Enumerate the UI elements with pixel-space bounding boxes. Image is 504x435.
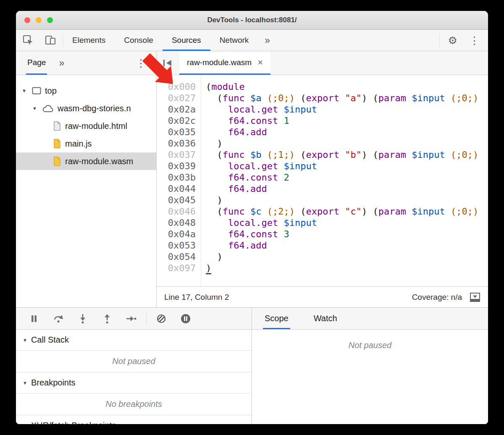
code-line[interactable]: 0x03b f64.const 2 [157, 172, 488, 183]
byte-offset[interactable]: 0x044 [157, 183, 201, 194]
tree-item-top[interactable]: ▼top [16, 82, 156, 100]
step-over-icon[interactable] [46, 314, 71, 324]
code-text: f64.const 3 [201, 228, 289, 240]
section-header-call-stack[interactable]: ▼Call Stack [16, 330, 252, 351]
step-out-icon[interactable] [95, 314, 119, 324]
disclosure-triangle-icon[interactable]: ▼ [22, 88, 32, 93]
cloud-icon [42, 105, 54, 113]
scope-pane: ScopeWatch Not paused [252, 308, 488, 424]
code-line[interactable]: 0x02a local.get $input [157, 104, 488, 115]
byte-offset[interactable]: 0x035 [157, 126, 201, 138]
inspect-icon[interactable] [23, 35, 34, 46]
close-tab-icon[interactable]: × [257, 57, 263, 68]
code-line[interactable]: 0x039 local.get $input [157, 160, 488, 172]
byte-offset[interactable]: 0x045 [157, 194, 201, 206]
scope-body: Not paused [252, 330, 488, 424]
code-line[interactable]: 0x037 (func $b (;1;) (export "b") (param… [157, 149, 488, 160]
tab-scope[interactable]: Scope [263, 308, 290, 329]
panel-header-row: Page » ⋮ raw-module.wasm × [16, 51, 488, 75]
byte-offset[interactable]: 0x03b [157, 172, 201, 183]
navigator-toggle-icon[interactable] [157, 51, 179, 75]
byte-offset[interactable]: 0x039 [157, 160, 201, 172]
byte-offset[interactable]: 0x054 [157, 251, 201, 262]
code-line[interactable]: 0x054 ) [157, 251, 488, 262]
code-line[interactable]: 0x000(module [157, 81, 488, 92]
tab-console[interactable]: Console [115, 30, 163, 51]
section-header-breakpoints[interactable]: ▼Breakpoints [16, 372, 252, 393]
byte-offset[interactable]: 0x04a [157, 228, 201, 240]
byte-offset[interactable]: 0x000 [157, 81, 201, 92]
code-text: local.get $input [201, 217, 317, 228]
main-toolbar: ElementsConsoleSourcesNetwork » ⚙ ⋮ [16, 30, 488, 51]
file-gray-icon [53, 121, 61, 131]
code-text: ) [201, 251, 223, 262]
code-line[interactable]: 0x044 f64.add [157, 183, 488, 194]
code-line[interactable]: 0x036 ) [157, 138, 488, 149]
tree-item-wasm-dbg-stories-n[interactable]: ▼wasm-dbg-stories.n [16, 100, 156, 117]
code-text: (func $a (;0;) (export "a") (param $inpu… [201, 92, 478, 104]
disclosure-triangle-icon[interactable]: ▼ [23, 423, 27, 425]
code-text: f64.const 2 [201, 172, 289, 183]
drawer-toggle-icon[interactable] [470, 292, 480, 302]
step-into-icon[interactable] [71, 314, 95, 324]
close-window-button[interactable] [24, 17, 30, 23]
code-line[interactable]: 0x027 (func $a (;0;) (export "a") (param… [157, 92, 488, 104]
code-line[interactable]: 0x04a f64.const 3 [157, 228, 488, 240]
sidebar-menu-icon[interactable]: ⋮ [136, 58, 146, 68]
byte-offset[interactable]: 0x097 [157, 262, 201, 274]
byte-offset[interactable]: 0x02a [157, 104, 201, 115]
byte-offset[interactable]: 0x048 [157, 217, 201, 228]
byte-offset[interactable]: 0x02c [157, 115, 201, 126]
code-line[interactable]: 0x035 f64.add [157, 126, 488, 138]
more-panels-chevron[interactable]: » [258, 30, 277, 51]
debugger-drawer: ▼Call StackNot paused▼BreakpointsNo brea… [16, 307, 488, 424]
section-header-xhr-fetch-breakpoints[interactable]: ▼XHR/fetch Breakpoints [16, 415, 252, 424]
tree-item-label: top [45, 86, 57, 96]
byte-offset[interactable]: 0x036 [157, 138, 201, 149]
more-menu-icon[interactable]: ⋮ [469, 35, 480, 46]
code-text: (func $b (;1;) (export "b") (param $inpu… [201, 149, 478, 160]
sidebar-more-tabs-chevron[interactable]: » [59, 51, 64, 75]
byte-offset[interactable]: 0x027 [157, 92, 201, 104]
deactivate-breakpoints-icon[interactable] [149, 314, 173, 324]
debugger-toolbar-divider [146, 312, 147, 325]
tab-network[interactable]: Network [210, 30, 258, 51]
pause-on-exceptions-icon[interactable] [173, 313, 198, 324]
byte-offset[interactable]: 0x037 [157, 149, 201, 160]
zoom-window-button[interactable] [47, 17, 53, 23]
tree-item-raw-module-wasm[interactable]: raw-module.wasm [16, 152, 156, 170]
tab-page[interactable]: Page [26, 51, 47, 75]
content-row: ▼top▼wasm-dbg-stories.nraw-module.htmlma… [16, 75, 488, 307]
tree-item-label: main.js [65, 139, 92, 149]
code-line[interactable]: 0x097) [157, 262, 488, 274]
disclosure-triangle-icon[interactable]: ▼ [32, 106, 42, 111]
minimize-window-button[interactable] [36, 17, 42, 23]
pause-icon[interactable] [22, 314, 46, 323]
tree-item-raw-module-html[interactable]: raw-module.html [16, 117, 156, 135]
editor-column: 0x000(module0x027 (func $a (;0;) (export… [157, 75, 488, 307]
code-lines[interactable]: 0x000(module0x027 (func $a (;0;) (export… [157, 75, 488, 286]
disclosure-triangle-icon[interactable]: ▼ [23, 380, 27, 385]
code-text: f64.add [201, 126, 267, 138]
disclosure-triangle-icon[interactable]: ▼ [23, 338, 27, 343]
code-line[interactable]: 0x053 f64.add [157, 240, 488, 251]
editor-tab-raw-module-wasm[interactable]: raw-module.wasm × [179, 51, 270, 75]
step-icon[interactable] [119, 314, 144, 324]
device-toolbar-icon[interactable] [45, 35, 56, 46]
code-line[interactable]: 0x048 local.get $input [157, 217, 488, 228]
code-text: f64.add [201, 240, 267, 251]
code-line[interactable]: 0x02c f64.const 1 [157, 115, 488, 126]
code-line[interactable]: 0x046 (func $c (;2;) (export "c") (param… [157, 206, 488, 217]
tab-sources[interactable]: Sources [163, 30, 210, 51]
tab-watch[interactable]: Watch [312, 308, 339, 329]
tab-elements[interactable]: Elements [63, 30, 115, 51]
debugger-toolbar [16, 308, 252, 330]
code-line[interactable]: 0x045 ) [157, 194, 488, 206]
editor-status-bar: Line 17, Column 2 Coverage: n/a [157, 286, 488, 307]
sidebar-header: Page » ⋮ [16, 51, 157, 75]
tree-item-label: raw-module.wasm [65, 157, 133, 166]
byte-offset[interactable]: 0x046 [157, 206, 201, 217]
tree-item-main-js[interactable]: main.js [16, 135, 156, 152]
settings-gear-icon[interactable]: ⚙ [448, 35, 457, 46]
byte-offset[interactable]: 0x053 [157, 240, 201, 251]
